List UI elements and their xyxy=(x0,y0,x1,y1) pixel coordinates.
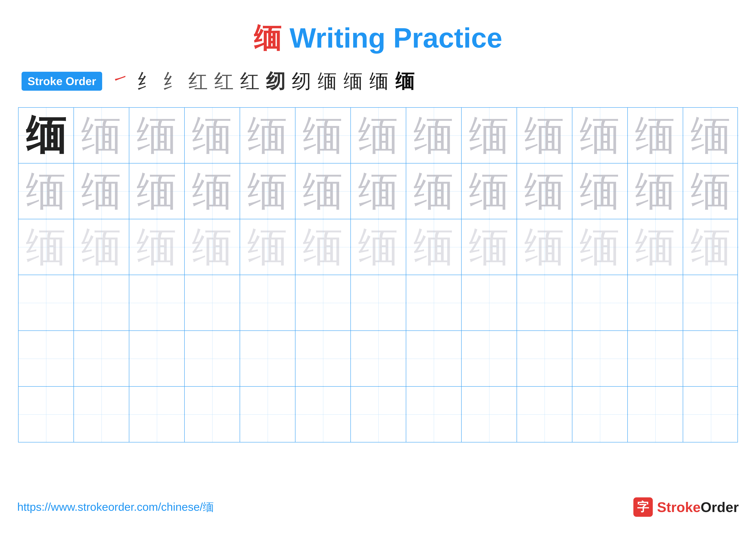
cell-6-12[interactable] xyxy=(628,387,683,442)
cell-2-13: 缅 xyxy=(683,164,739,219)
cell-5-5[interactable] xyxy=(240,331,295,386)
stroke-5: 红 xyxy=(214,68,233,94)
cell-4-5[interactable] xyxy=(240,275,295,330)
cell-4-7[interactable] xyxy=(351,275,406,330)
char-display: 缅 xyxy=(635,108,676,163)
cell-5-8[interactable] xyxy=(406,331,462,386)
cell-4-12[interactable] xyxy=(628,275,683,330)
char-display: 缅 xyxy=(26,219,67,275)
cell-4-8[interactable] xyxy=(406,275,462,330)
cell-2-6: 缅 xyxy=(295,164,351,219)
grid-row-6 xyxy=(18,387,738,442)
stroke-10: 缅 xyxy=(343,68,363,94)
title-chinese: 缅 xyxy=(254,22,282,54)
cell-6-11[interactable] xyxy=(572,387,628,442)
stroke-7: 纫 xyxy=(266,68,285,94)
cell-5-13[interactable] xyxy=(683,331,739,386)
char-display: 缅 xyxy=(26,108,67,163)
cell-4-6[interactable] xyxy=(295,275,351,330)
cell-4-11[interactable] xyxy=(572,275,628,330)
stroke-6: 红 xyxy=(240,68,259,94)
footer-logo: 字 StrokeOrder xyxy=(634,497,739,517)
cell-4-1[interactable] xyxy=(18,275,74,330)
stroke-1: ㇀ xyxy=(111,68,130,94)
stroke-4: 红 xyxy=(188,68,208,94)
cell-5-6[interactable] xyxy=(295,331,351,386)
cell-1-13: 缅 xyxy=(683,108,739,163)
grid-row-1: 缅 缅 缅 缅 缅 缅 缅 缅 缅 缅 缅 缅 缅 xyxy=(18,108,738,164)
cell-2-5: 缅 xyxy=(240,164,295,219)
grid-row-2: 缅 缅 缅 缅 缅 缅 缅 缅 缅 缅 缅 缅 缅 xyxy=(18,164,738,219)
stroke-9: 缅 xyxy=(318,68,337,94)
cell-5-2[interactable] xyxy=(74,331,129,386)
cell-2-10: 缅 xyxy=(517,164,572,219)
char-display: 缅 xyxy=(192,219,233,275)
cell-4-9[interactable] xyxy=(462,275,517,330)
cell-5-4[interactable] xyxy=(185,331,240,386)
char-display: 缅 xyxy=(690,219,731,275)
stroke-order-badge: Stroke Order xyxy=(21,72,102,91)
cell-2-2: 缅 xyxy=(74,164,129,219)
cell-5-1[interactable] xyxy=(18,331,74,386)
cell-2-7: 缅 xyxy=(351,164,406,219)
char-display: 缅 xyxy=(413,219,454,275)
char-display: 缅 xyxy=(580,164,620,219)
cell-4-13[interactable] xyxy=(683,275,739,330)
char-display: 缅 xyxy=(192,164,233,219)
cell-6-5[interactable] xyxy=(240,387,295,442)
cell-2-9: 缅 xyxy=(462,164,517,219)
cell-5-11[interactable] xyxy=(572,331,628,386)
char-display: 缅 xyxy=(81,164,122,219)
char-display: 缅 xyxy=(580,108,620,163)
cell-2-11: 缅 xyxy=(572,164,628,219)
char-display: 缅 xyxy=(247,108,288,163)
cell-6-8[interactable] xyxy=(406,387,462,442)
cell-3-6: 缅 xyxy=(295,219,351,275)
cell-6-2[interactable] xyxy=(74,387,129,442)
stroke-12: 缅 xyxy=(395,68,415,94)
cell-1-9: 缅 xyxy=(462,108,517,163)
cell-2-1: 缅 xyxy=(18,164,74,219)
char-display: 缅 xyxy=(635,164,676,219)
cell-6-13[interactable] xyxy=(683,387,739,442)
char-display: 缅 xyxy=(524,164,565,219)
cell-6-6[interactable] xyxy=(295,387,351,442)
cell-3-11: 缅 xyxy=(572,219,628,275)
cell-6-7[interactable] xyxy=(351,387,406,442)
cell-5-12[interactable] xyxy=(628,331,683,386)
stroke-8: 纫 xyxy=(292,68,311,94)
char-display: 缅 xyxy=(358,108,399,163)
char-display: 缅 xyxy=(413,164,454,219)
logo-text: StrokeOrder xyxy=(657,499,739,515)
cell-1-8: 缅 xyxy=(406,108,462,163)
cell-1-10: 缅 xyxy=(517,108,572,163)
cell-4-3[interactable] xyxy=(129,275,185,330)
footer: https://www.strokeorder.com/chinese/缅 字 … xyxy=(17,497,739,517)
cell-6-9[interactable] xyxy=(462,387,517,442)
cell-3-5: 缅 xyxy=(240,219,295,275)
cell-4-2[interactable] xyxy=(74,275,129,330)
cell-4-10[interactable] xyxy=(517,275,572,330)
cell-6-1[interactable] xyxy=(18,387,74,442)
cell-4-4[interactable] xyxy=(185,275,240,330)
cell-5-9[interactable] xyxy=(462,331,517,386)
practice-grid: 缅 缅 缅 缅 缅 缅 缅 缅 缅 缅 缅 缅 缅 缅 缅 缅 缅 缅 缅 缅 … xyxy=(18,107,738,443)
cell-6-4[interactable] xyxy=(185,387,240,442)
cell-2-8: 缅 xyxy=(406,164,462,219)
cell-1-11: 缅 xyxy=(572,108,628,163)
cell-5-7[interactable] xyxy=(351,331,406,386)
footer-url: https://www.strokeorder.com/chinese/缅 xyxy=(17,499,214,515)
cell-5-3[interactable] xyxy=(129,331,185,386)
cell-6-10[interactable] xyxy=(517,387,572,442)
char-display: 缅 xyxy=(192,108,233,163)
char-display: 缅 xyxy=(26,164,67,219)
stroke-order-row: Stroke Order ㇀ 纟 纟 红 红 红 纫 纫 缅 缅 缅 缅 xyxy=(17,68,739,94)
char-display: 缅 xyxy=(635,219,676,275)
char-display: 缅 xyxy=(469,108,510,163)
stroke-sequence: ㇀ 纟 纟 红 红 红 纫 纫 缅 缅 缅 缅 xyxy=(111,68,735,94)
cell-3-2: 缅 xyxy=(74,219,129,275)
char-display: 缅 xyxy=(469,164,510,219)
cell-5-10[interactable] xyxy=(517,331,572,386)
cell-3-13: 缅 xyxy=(683,219,739,275)
cell-6-3[interactable] xyxy=(129,387,185,442)
